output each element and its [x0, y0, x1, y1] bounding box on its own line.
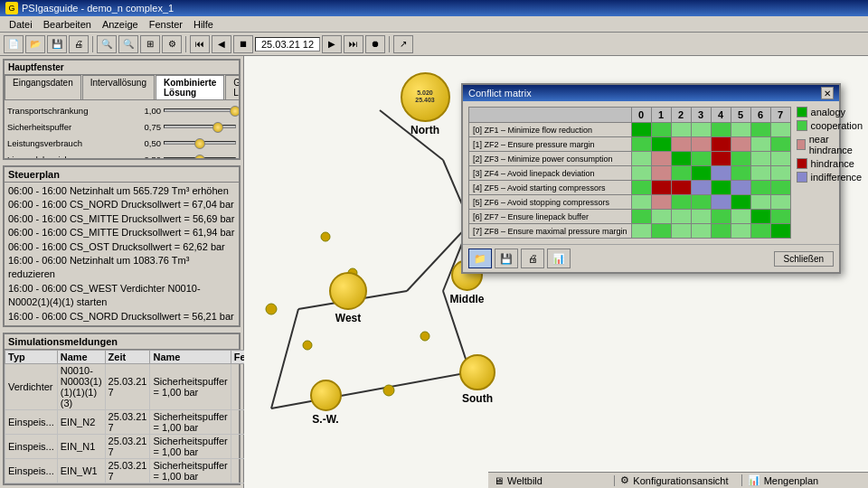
matrix-cell-2-0[interactable]: [631, 152, 651, 166]
matrix-cell-3-1[interactable]: [651, 166, 671, 181]
matrix-cell-2-6[interactable]: [750, 152, 770, 166]
matrix-cell-6-5[interactable]: [731, 210, 750, 224]
matrix-cell-3-7[interactable]: [770, 166, 790, 181]
matrix-cell-3-6[interactable]: [750, 166, 770, 181]
node-west[interactable]: West: [329, 272, 367, 324]
step-back[interactable]: ◀: [212, 35, 231, 53]
matrix-cell-7-6[interactable]: [750, 224, 770, 239]
matrix-cell-7-1[interactable]: [651, 224, 671, 239]
matrix-cell-6-0[interactable]: [631, 210, 651, 224]
matrix-cell-0-3[interactable]: [691, 123, 711, 137]
folder-icon-btn[interactable]: 📁: [468, 249, 492, 268]
dialog-close-button[interactable]: ✕: [821, 87, 834, 99]
matrix-cell-6-7[interactable]: [770, 210, 790, 224]
fit-view[interactable]: ⊞: [140, 35, 160, 53]
slider-track-0[interactable]: [164, 108, 236, 112]
matrix-cell-6-4[interactable]: [711, 210, 731, 224]
slider-track-1[interactable]: [164, 125, 236, 128]
step-fwd[interactable]: ⏭: [344, 35, 363, 53]
zoom-in[interactable]: 🔍: [97, 35, 117, 53]
play-back[interactable]: ⏮: [190, 35, 210, 53]
matrix-cell-4-5[interactable]: [731, 181, 750, 195]
slider-thumb-2[interactable]: [194, 138, 205, 149]
matrix-cell-4-1[interactable]: [651, 181, 671, 195]
save-icon-btn[interactable]: 💾: [495, 249, 518, 268]
matrix-cell-0-0[interactable]: [631, 123, 651, 137]
matrix-cell-2-7[interactable]: [770, 152, 790, 166]
node-sw[interactable]: S.-W.: [310, 380, 342, 426]
matrix-cell-1-5[interactable]: [731, 137, 750, 152]
matrix-cell-6-2[interactable]: [671, 210, 691, 224]
open-button[interactable]: 📂: [25, 35, 45, 53]
matrix-cell-7-7[interactable]: [770, 224, 790, 239]
chart-icon-btn[interactable]: 📊: [547, 249, 571, 268]
matrix-cell-0-2[interactable]: [671, 123, 691, 137]
matrix-cell-5-0[interactable]: [631, 195, 651, 210]
slider-track-3[interactable]: [164, 157, 236, 160]
tab-kombinierte[interactable]: Kombinierte Lösung: [156, 75, 224, 99]
matrix-cell-3-2[interactable]: [671, 166, 691, 181]
matrix-cell-4-6[interactable]: [750, 181, 770, 195]
matrix-cell-4-7[interactable]: [770, 181, 790, 195]
matrix-cell-6-6[interactable]: [750, 210, 770, 224]
slider-thumb-3[interactable]: [194, 155, 205, 160]
matrix-cell-0-6[interactable]: [750, 123, 770, 137]
matrix-cell-4-3[interactable]: [691, 181, 711, 195]
matrix-cell-2-2[interactable]: [671, 152, 691, 166]
matrix-cell-0-1[interactable]: [651, 123, 671, 137]
menu-fenster[interactable]: Fenster: [144, 18, 188, 31]
matrix-cell-3-5[interactable]: [731, 166, 750, 181]
matrix-cell-0-7[interactable]: [770, 123, 790, 137]
tab-eingangsdaten[interactable]: Eingangsdaten: [5, 75, 81, 99]
matrix-cell-1-3[interactable]: [691, 137, 711, 152]
matrix-cell-0-4[interactable]: [711, 123, 731, 137]
tab-intervall[interactable]: Intervallösung: [82, 75, 155, 99]
matrix-cell-1-6[interactable]: [750, 137, 770, 152]
slider-thumb-0[interactable]: [230, 106, 241, 117]
node-south[interactable]: South: [459, 354, 495, 405]
matrix-cell-4-2[interactable]: [671, 181, 691, 195]
play[interactable]: ▶: [322, 35, 342, 53]
matrix-cell-5-2[interactable]: [671, 195, 691, 210]
matrix-cell-1-2[interactable]: [671, 137, 691, 152]
slider-track-2[interactable]: [164, 141, 236, 145]
matrix-cell-1-1[interactable]: [651, 137, 671, 152]
matrix-cell-6-1[interactable]: [651, 210, 671, 224]
menu-anzeige[interactable]: Anzeige: [97, 18, 144, 31]
matrix-cell-2-5[interactable]: [731, 152, 750, 166]
zoom-out[interactable]: 🔍: [118, 35, 138, 53]
matrix-cell-3-4[interactable]: [711, 166, 731, 181]
node-north[interactable]: 5.02025.403North: [401, 72, 450, 136]
matrix-cell-1-4[interactable]: [711, 137, 731, 152]
matrix-cell-5-3[interactable]: [691, 195, 711, 210]
matrix-cell-3-0[interactable]: [631, 166, 651, 181]
tab-geprufte[interactable]: Geprüfte Lösungen: [225, 75, 241, 99]
matrix-cell-4-0[interactable]: [631, 181, 651, 195]
matrix-cell-1-7[interactable]: [770, 137, 790, 152]
matrix-cell-2-1[interactable]: [651, 152, 671, 166]
matrix-cell-4-4[interactable]: [711, 181, 731, 195]
matrix-cell-7-0[interactable]: [631, 224, 651, 239]
print-button[interactable]: 🖨: [69, 35, 89, 53]
matrix-cell-6-3[interactable]: [691, 210, 711, 224]
matrix-cell-2-4[interactable]: [711, 152, 731, 166]
matrix-cell-5-7[interactable]: [770, 195, 790, 210]
matrix-cell-2-3[interactable]: [691, 152, 711, 166]
matrix-cell-5-4[interactable]: [711, 195, 731, 210]
stop[interactable]: ⏹: [233, 35, 253, 53]
menu-bearbeiten[interactable]: Bearbeiten: [38, 18, 97, 31]
menu-hilfe[interactable]: Hilfe: [188, 18, 219, 31]
matrix-cell-7-4[interactable]: [711, 224, 731, 239]
new-button[interactable]: 📄: [4, 35, 24, 53]
matrix-cell-5-1[interactable]: [651, 195, 671, 210]
matrix-cell-7-5[interactable]: [731, 224, 750, 239]
matrix-cell-1-0[interactable]: [631, 137, 651, 152]
export[interactable]: ↗: [393, 35, 413, 53]
print-icon-btn[interactable]: 🖨: [521, 249, 544, 268]
matrix-cell-3-3[interactable]: [691, 166, 711, 181]
matrix-cell-5-6[interactable]: [750, 195, 770, 210]
save-button[interactable]: 💾: [47, 35, 67, 53]
settings[interactable]: ⚙: [162, 35, 182, 53]
menu-datei[interactable]: Datei: [4, 18, 38, 31]
matrix-cell-7-3[interactable]: [691, 224, 711, 239]
